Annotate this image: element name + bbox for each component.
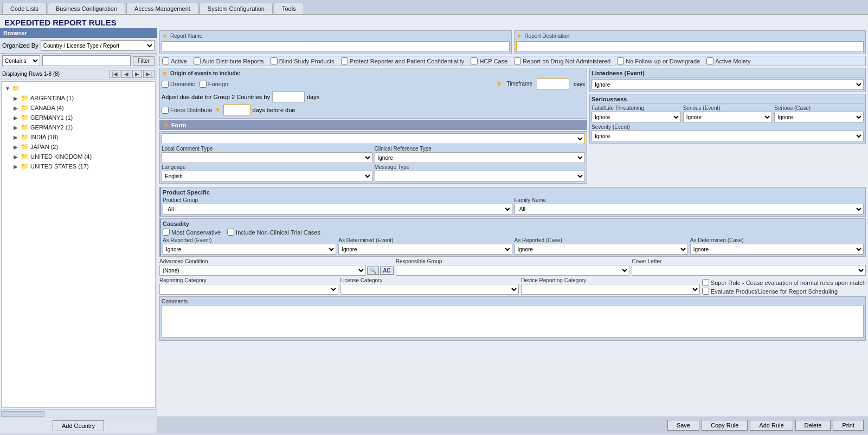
- tab-system-configuration[interactable]: System Configuration: [200, 3, 273, 14]
- tree-item-germany1[interactable]: ▶ 📁 GERMANY1 (1): [11, 113, 154, 122]
- advanced-condition-select[interactable]: (None): [159, 265, 366, 276]
- tab-business-configuration[interactable]: Business Configuration: [48, 3, 125, 14]
- tree-item-uk[interactable]: ▶ 📁 UNITED KINGDOM (4): [11, 152, 154, 161]
- active-checkbox-label[interactable]: Active: [162, 57, 187, 64]
- force-distribute-checkbox[interactable]: [162, 107, 169, 114]
- advanced-condition-search-button[interactable]: 🔍: [367, 267, 379, 275]
- uk-expand-icon[interactable]: ▶: [14, 154, 19, 160]
- timeframe-input[interactable]: [537, 79, 569, 89]
- report-name-input[interactable]: [162, 41, 510, 52]
- hcp-case-checkbox-label[interactable]: HCP Case: [471, 57, 507, 64]
- most-conservative-checkbox[interactable]: [163, 229, 170, 236]
- no-followup-checkbox[interactable]: [617, 57, 624, 64]
- canada-expand-icon[interactable]: ▶: [14, 105, 19, 111]
- local-comment-type-select[interactable]: [162, 152, 372, 163]
- clinical-ref-type-select[interactable]: Ignore: [375, 152, 586, 163]
- most-conservative-checkbox-label[interactable]: Most Conservative: [163, 229, 221, 236]
- japan-expand-icon[interactable]: ▶: [14, 144, 19, 150]
- include-non-clinical-checkbox[interactable]: [227, 229, 234, 236]
- serious-case-select[interactable]: Ignore: [774, 112, 864, 122]
- report-on-drug-checkbox[interactable]: [514, 57, 521, 64]
- blind-study-checkbox-label[interactable]: Blind Study Products: [271, 57, 335, 64]
- cover-letter-select[interactable]: [632, 265, 866, 276]
- add-country-button[interactable]: Add Country: [53, 420, 104, 431]
- add-rule-button[interactable]: Add Rule: [750, 420, 793, 431]
- as-determined-case-select[interactable]: Ignore: [690, 244, 864, 255]
- active-moiety-checkbox[interactable]: [706, 57, 713, 64]
- include-non-clinical-checkbox-label[interactable]: Include Non-Clinical Trial Cases: [227, 229, 320, 236]
- report-on-drug-checkbox-label[interactable]: Report on Drug Not Administered: [514, 57, 610, 64]
- license-category-select[interactable]: [340, 284, 519, 295]
- as-determined-event-select[interactable]: Ignore: [338, 244, 512, 255]
- protect-reporter-checkbox-label[interactable]: Protect Reporter and Patient Confidentia…: [341, 57, 465, 64]
- active-checkbox[interactable]: [162, 57, 169, 64]
- tree-item-us[interactable]: ▶ 📁 UNITED STATES (17): [11, 161, 154, 171]
- germany2-expand-icon[interactable]: ▶: [14, 125, 19, 131]
- report-destination-input[interactable]: [516, 41, 864, 52]
- filter-button[interactable]: Filter: [133, 56, 155, 66]
- fatal-select[interactable]: Ignore: [591, 112, 681, 122]
- foreign-checkbox-label[interactable]: Foreign: [200, 81, 228, 88]
- tree-item-canada[interactable]: ▶ 📁 CANADA (4): [11, 103, 154, 113]
- as-reported-case-select[interactable]: Ignore: [515, 244, 688, 255]
- reporting-category-select[interactable]: [159, 284, 338, 295]
- nav-first-button[interactable]: |◀: [110, 70, 121, 78]
- left-scrollbar[interactable]: [0, 409, 157, 418]
- as-reported-event-select[interactable]: Ignore: [163, 244, 336, 255]
- evaluate-product-checkbox[interactable]: [702, 288, 709, 295]
- super-rule-checkbox-label[interactable]: Super Rule - Cease evaluation of normal …: [702, 279, 866, 286]
- device-reporting-category-select[interactable]: [521, 284, 700, 295]
- delete-button[interactable]: Delete: [795, 420, 831, 431]
- tab-access-management[interactable]: Access Management: [126, 3, 198, 14]
- tree-item-argentina[interactable]: ▶ 📁 ARGENTINA (1): [11, 93, 154, 103]
- no-followup-checkbox-label[interactable]: No Follow-up or Downgrade: [617, 57, 700, 64]
- domestic-checkbox[interactable]: [162, 81, 169, 88]
- tab-tools[interactable]: Tools: [274, 3, 304, 14]
- responsible-group-select[interactable]: [396, 265, 630, 276]
- adjust-days-input[interactable]: [272, 92, 305, 102]
- nav-next-button[interactable]: ▶: [132, 70, 142, 78]
- copy-rule-button[interactable]: Copy Rule: [702, 420, 748, 431]
- product-group-select[interactable]: -All-: [163, 204, 512, 215]
- india-expand-icon[interactable]: ▶: [14, 134, 19, 140]
- advanced-condition-ac-button[interactable]: AC: [380, 267, 393, 275]
- super-rule-checkbox[interactable]: [702, 279, 709, 286]
- root-expand-icon[interactable]: ▼: [5, 86, 10, 92]
- severity-select[interactable]: Ignore: [591, 131, 864, 141]
- filter-input[interactable]: [42, 55, 131, 66]
- germany1-expand-icon[interactable]: ▶: [14, 115, 19, 121]
- language-select[interactable]: English: [162, 171, 372, 181]
- family-name-select[interactable]: -All-: [515, 204, 864, 215]
- evaluate-product-checkbox-label[interactable]: Evaluate Product/License for Report Sche…: [702, 288, 866, 295]
- us-expand-icon[interactable]: ▶: [14, 164, 19, 170]
- active-moiety-checkbox-label[interactable]: Active Moiety: [706, 57, 750, 64]
- form-select[interactable]: [162, 133, 585, 144]
- filter-type-select[interactable]: Contains Starts With Equals: [2, 55, 40, 66]
- hcp-case-checkbox[interactable]: [471, 57, 478, 64]
- blind-study-checkbox[interactable]: [271, 57, 278, 64]
- foreign-checkbox[interactable]: [200, 81, 207, 88]
- message-type-select[interactable]: [375, 171, 586, 181]
- print-button[interactable]: Print: [833, 420, 864, 431]
- nav-prev-button[interactable]: ◀: [121, 70, 131, 78]
- tab-code-lists[interactable]: Code Lists: [2, 3, 47, 14]
- form-filter-icon: ▼: [163, 121, 169, 129]
- tree-item-germany2[interactable]: ▶ 📁 GERMANY2 (1): [11, 122, 154, 132]
- listedness-select[interactable]: Ignore: [591, 79, 864, 90]
- force-distribute-checkbox-label[interactable]: Force Distribute: [162, 107, 213, 114]
- comments-textarea[interactable]: [162, 305, 864, 337]
- domestic-checkbox-label[interactable]: Domestic: [162, 81, 195, 88]
- argentina-expand-icon[interactable]: ▶: [14, 95, 19, 101]
- tree-item-japan[interactable]: ▶ 📁 JAPAN (2): [11, 142, 154, 152]
- us-folder-icon: 📁: [21, 163, 29, 170]
- auto-distribute-checkbox[interactable]: [194, 57, 201, 64]
- tree-item-india[interactable]: ▶ 📁 INDIA (18): [11, 132, 154, 142]
- protect-reporter-checkbox[interactable]: [341, 57, 348, 64]
- serious-event-select[interactable]: Ignore: [683, 112, 773, 122]
- force-days-input[interactable]: [223, 105, 250, 115]
- nav-last-button[interactable]: ▶|: [143, 70, 155, 78]
- save-button[interactable]: Save: [667, 420, 699, 431]
- organized-by-select[interactable]: Country / License Type / Report: [41, 40, 155, 51]
- tree-root-item[interactable]: ▼ 📁: [3, 84, 154, 93]
- auto-distribute-checkbox-label[interactable]: Auto Distribute Reports: [194, 57, 264, 64]
